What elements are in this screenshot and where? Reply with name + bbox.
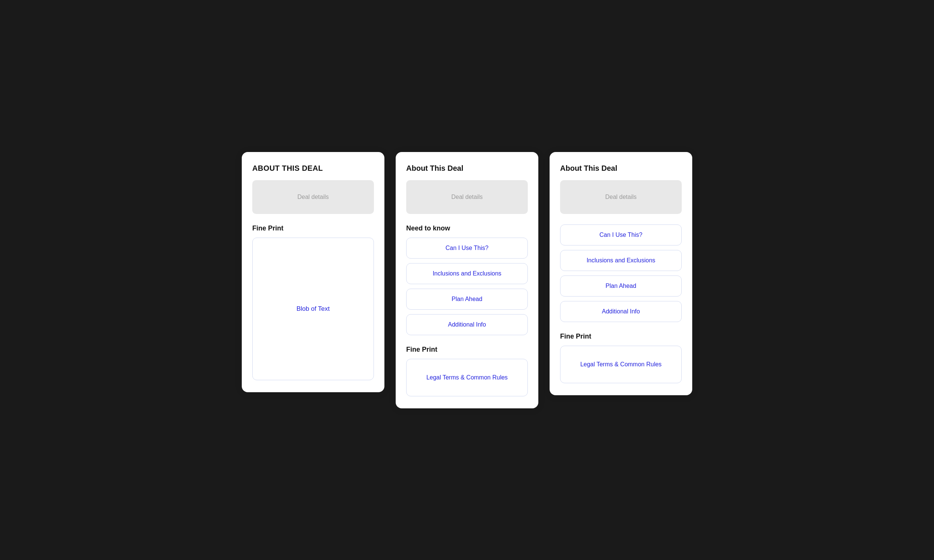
card-3-button-list: Can I Use This? Inclusions and Exclusion… (560, 225, 682, 322)
card-3: About This Deal Deal details Can I Use T… (549, 152, 692, 395)
card-2: About This Deal Deal details Need to kno… (395, 152, 539, 408)
card-2-title: About This Deal (406, 164, 528, 173)
card-2-button-list: Can I Use This? Inclusions and Exclusion… (406, 238, 528, 335)
card-1-fine-print-section-title: Fine Print (252, 225, 374, 232)
card-2-legal-terms-box: Legal Terms & Common Rules (406, 359, 528, 396)
card-1: ABOUT THIS DEAL Deal details Fine Print … (242, 152, 385, 392)
card-3-plan-ahead-button[interactable]: Plan Ahead (560, 275, 682, 297)
card-3-title: About This Deal (560, 164, 682, 173)
card-2-fine-print-section-title: Fine Print (406, 346, 528, 354)
card-3-can-i-use-this-button[interactable]: Can I Use This? (560, 225, 682, 245)
cards-container: ABOUT THIS DEAL Deal details Fine Print … (204, 152, 730, 408)
card-2-deal-details-text: Deal details (451, 194, 483, 200)
card-2-inclusions-exclusions-button[interactable]: Inclusions and Exclusions (406, 263, 528, 284)
card-1-blob-text: Blob of Text (297, 305, 330, 313)
card-2-legal-terms-text: Legal Terms & Common Rules (426, 374, 508, 381)
card-2-deal-details-box: Deal details (406, 180, 528, 214)
card-3-legal-terms-text: Legal Terms & Common Rules (580, 361, 662, 368)
card-2-can-i-use-this-button[interactable]: Can I Use This? (406, 238, 528, 258)
card-1-deal-details-text: Deal details (297, 194, 329, 200)
card-1-title: ABOUT THIS DEAL (252, 164, 374, 173)
card-1-fine-print-box: Blob of Text (252, 238, 374, 380)
card-2-plan-ahead-button[interactable]: Plan Ahead (406, 289, 528, 310)
card-3-inclusions-exclusions-button[interactable]: Inclusions and Exclusions (560, 250, 682, 271)
card-3-deal-details-text: Deal details (605, 194, 637, 200)
card-1-deal-details-box: Deal details (252, 180, 374, 214)
card-2-additional-info-button[interactable]: Additional Info (406, 314, 528, 335)
card-3-deal-details-box: Deal details (560, 180, 682, 214)
card-2-need-to-know-title: Need to know (406, 225, 528, 232)
card-3-additional-info-button[interactable]: Additional Info (560, 301, 682, 322)
card-3-fine-print-section-title: Fine Print (560, 332, 682, 340)
card-3-legal-terms-box: Legal Terms & Common Rules (560, 346, 682, 383)
